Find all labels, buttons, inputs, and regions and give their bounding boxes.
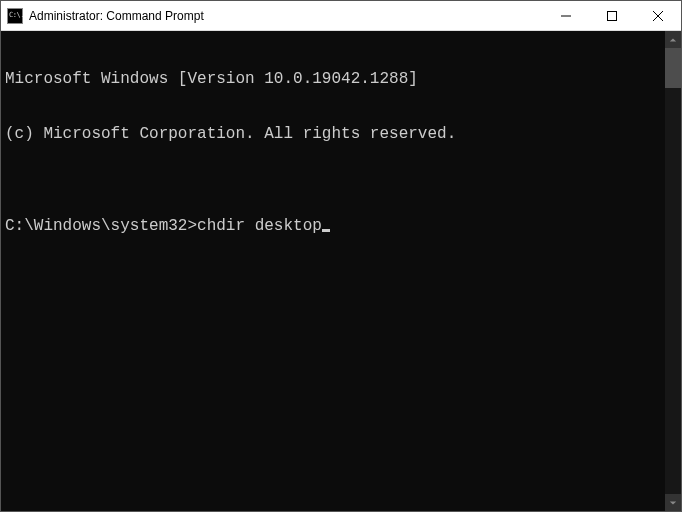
svg-rect-1	[608, 11, 617, 20]
vertical-scrollbar[interactable]	[665, 31, 681, 511]
chevron-up-icon	[669, 36, 677, 44]
maximize-button[interactable]	[589, 1, 635, 30]
window-title: Administrator: Command Prompt	[29, 9, 204, 23]
prompt-line: C:\Windows\system32>chdir desktop	[5, 217, 661, 235]
titlebar[interactable]: C:\. Administrator: Command Prompt	[1, 1, 681, 31]
maximize-icon	[607, 11, 617, 21]
output-line-1: Microsoft Windows [Version 10.0.19042.12…	[5, 70, 661, 88]
cmd-icon-label: C:\.	[9, 12, 24, 19]
terminal-content[interactable]: Microsoft Windows [Version 10.0.19042.12…	[1, 31, 665, 511]
scroll-down-button[interactable]	[665, 494, 681, 511]
command-prompt-window: C:\. Administrator: Command Prompt	[0, 0, 682, 512]
close-button[interactable]	[635, 1, 681, 30]
terminal-area: Microsoft Windows [Version 10.0.19042.12…	[1, 31, 681, 511]
cmd-icon: C:\.	[7, 8, 23, 24]
window-controls	[543, 1, 681, 30]
close-icon	[653, 11, 663, 21]
cursor	[322, 229, 330, 232]
command-input[interactable]: chdir desktop	[197, 217, 322, 235]
prompt-text: C:\Windows\system32>	[5, 217, 197, 235]
output-line-2: (c) Microsoft Corporation. All rights re…	[5, 125, 661, 143]
titlebar-left: C:\. Administrator: Command Prompt	[1, 8, 204, 24]
scroll-up-button[interactable]	[665, 31, 681, 48]
scroll-track[interactable]	[665, 48, 681, 494]
minimize-button[interactable]	[543, 1, 589, 30]
chevron-down-icon	[669, 499, 677, 507]
minimize-icon	[561, 11, 571, 21]
scroll-thumb[interactable]	[665, 48, 681, 88]
